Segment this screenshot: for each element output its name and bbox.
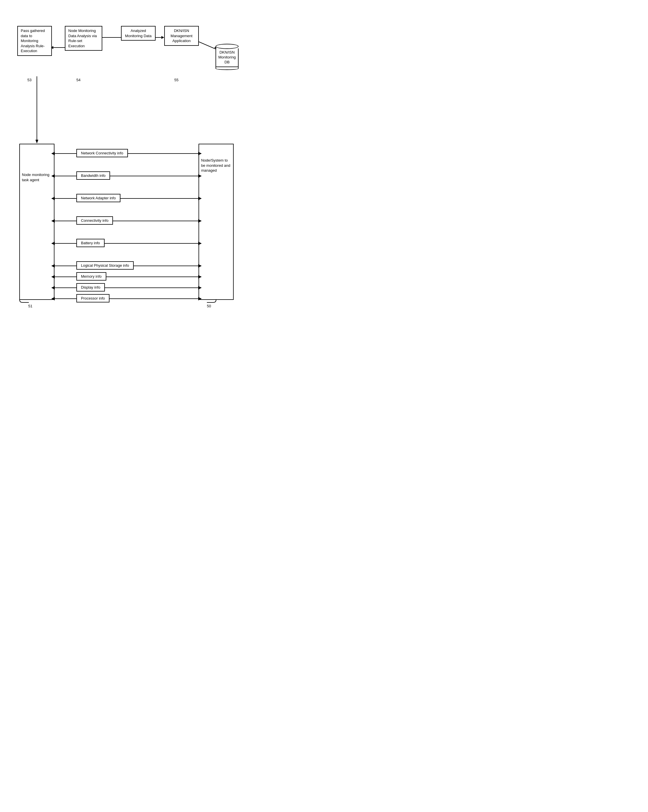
ref-53: 53: [28, 78, 31, 82]
cylinder-bottom: [215, 67, 238, 70]
cylinder-body: DKN/ISN Monitoring DB: [215, 48, 238, 67]
node-monitoring-agent-label: Node monitoring task agent: [20, 170, 54, 185]
svg-marker-5: [161, 36, 164, 39]
pass-gathered-box: Pass gathered data to Monitoring Analysi…: [17, 26, 52, 56]
battery-label: Battery info: [81, 241, 100, 245]
dkn-isn-db-cylinder: DKN/ISN Monitoring DB: [215, 43, 238, 70]
svg-marker-23: [198, 219, 202, 223]
ref-55: 55: [174, 78, 178, 82]
analyzed-data-label: Analyzed Monitoring Data: [125, 29, 151, 38]
connectivity-label: Connectivity info: [81, 218, 109, 223]
memory-box: Memory info: [76, 272, 106, 281]
analyzed-data-box: Analyzed Monitoring Data: [121, 26, 156, 41]
svg-marker-22: [51, 219, 55, 223]
dkn-isn-db-label: DKN/ISN Monitoring DB: [219, 50, 236, 64]
ref-50: 50: [207, 304, 211, 308]
svg-marker-25: [51, 242, 55, 245]
cylinder-top: [215, 44, 238, 49]
svg-line-6: [199, 42, 215, 49]
svg-marker-20: [198, 197, 202, 200]
ref-51: 51: [28, 304, 32, 308]
bandwidth-box: Bandwidth info: [76, 171, 110, 180]
node-monitoring-analysis-label: Node Monitoring Data Analysis via Rule-s…: [68, 29, 97, 48]
processor-label: Processor info: [81, 296, 105, 301]
logical-physical-storage-box: Logical Physical Storage info: [76, 261, 134, 270]
node-system-label: Node/System to be monitored and managed: [199, 156, 233, 176]
display-label: Display info: [81, 285, 100, 290]
dkn-isn-app-box: DKN/ISN Management Application: [164, 26, 199, 46]
svg-marker-34: [51, 286, 55, 290]
diagram: Pass gathered data to Monitoring Analysi…: [9, 9, 251, 314]
svg-marker-38: [198, 297, 202, 301]
memory-label: Memory info: [81, 274, 102, 279]
ref-54: 54: [76, 78, 80, 82]
network-adapter-label: Network Adapter info: [81, 196, 116, 200]
svg-marker-35: [198, 286, 202, 290]
svg-marker-37: [51, 297, 55, 301]
battery-box: Battery info: [76, 239, 105, 247]
logical-physical-storage-label: Logical Physical Storage info: [81, 263, 129, 268]
svg-marker-29: [198, 264, 202, 268]
svg-marker-32: [198, 275, 202, 279]
display-box: Display info: [76, 283, 105, 292]
svg-marker-19: [51, 197, 55, 200]
svg-marker-13: [51, 152, 55, 155]
processor-box: Processor info: [76, 294, 110, 302]
svg-marker-26: [198, 242, 202, 245]
network-connectivity-label: Network Connectivity info: [81, 151, 123, 155]
svg-marker-31: [51, 275, 55, 279]
connectivity-box: Connectivity info: [76, 216, 113, 225]
bandwidth-label: Bandwidth info: [81, 173, 105, 178]
pass-gathered-label: Pass gathered data to Monitoring Analysi…: [21, 29, 45, 53]
network-connectivity-box: Network Connectivity info: [76, 149, 128, 157]
svg-rect-10: [20, 144, 54, 299]
node-monitoring-analysis-box: Node Monitoring Data Analysis via Rule-s…: [65, 26, 102, 51]
network-adapter-box: Network Adapter info: [76, 194, 121, 202]
svg-marker-9: [35, 140, 38, 143]
dkn-isn-app-label: DKN/ISN Management Application: [171, 29, 193, 43]
svg-marker-14: [198, 152, 202, 155]
svg-marker-28: [51, 264, 55, 268]
